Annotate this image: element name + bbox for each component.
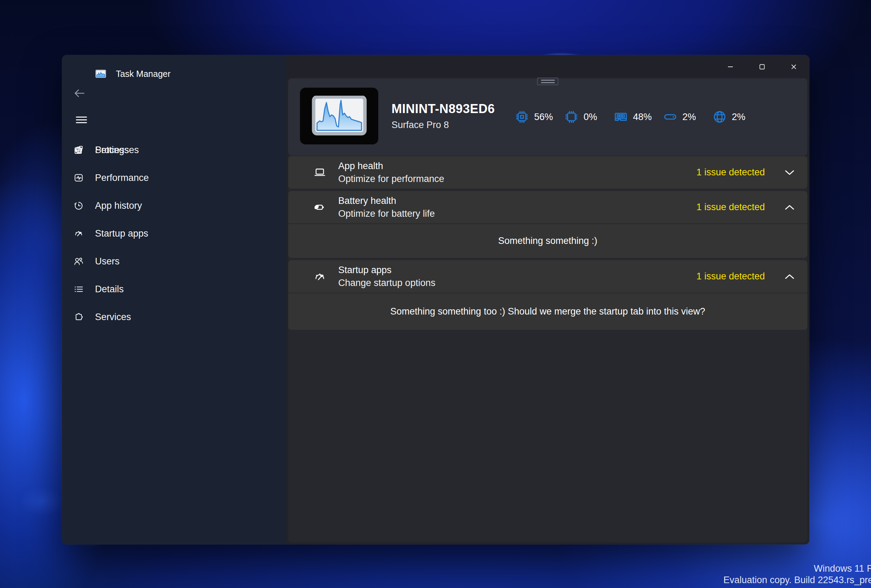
app-title: Task Manager — [116, 69, 171, 79]
card-title: Battery health — [338, 195, 435, 207]
desktop: Task Manager — [0, 0, 871, 588]
chevron-down-icon[interactable] — [784, 169, 795, 176]
card-text: Battery health Optimize for battery life — [338, 195, 435, 220]
startup-apps-header[interactable]: Startup apps Change startup options 1 is… — [288, 260, 807, 293]
startup-apps-detail-text: Something something too :) Should we mer… — [390, 306, 705, 317]
maximize-icon — [759, 64, 765, 70]
gear-icon — [73, 145, 84, 155]
startup-apps-detail: Something something too :) Should we mer… — [288, 293, 807, 330]
startup-gauge-icon — [313, 270, 326, 283]
app-brand: Task Manager — [95, 69, 171, 79]
watermark-line2: Evaluation copy. Build 22543.rs_pre — [723, 575, 871, 586]
maximize-button[interactable] — [746, 55, 778, 78]
laptop-icon — [313, 166, 326, 179]
device-name: MININT-N893ED6 — [392, 102, 495, 116]
sidebar: Task Manager — [62, 55, 286, 545]
battery-health-header[interactable]: Battery health Optimize for battery life… — [288, 191, 807, 223]
battery-health-card: Battery health Optimize for battery life… — [288, 191, 807, 258]
watermark-line1: Windows 11 P — [723, 563, 871, 575]
startup-apps-card: Startup apps Change startup options 1 is… — [288, 260, 807, 330]
gpu-value: 0% — [584, 112, 597, 123]
minimize-icon — [727, 64, 733, 70]
battery-health-detail: Something something :) — [288, 223, 807, 258]
card-subtitle: Optimize for performance — [338, 172, 444, 186]
back-arrow-icon[interactable] — [73, 87, 85, 100]
device-row: MININT-N893ED6 Surface Pro 8 — [300, 88, 495, 144]
titlebar[interactable] — [286, 55, 810, 78]
cpu-value: 56% — [534, 112, 553, 123]
health-page: App health Optimize for performance 1 is… — [288, 156, 807, 542]
chevron-up-icon[interactable] — [784, 204, 795, 211]
gpu-stat: 0% — [564, 109, 613, 124]
battery-health-detail-text: Something something :) — [498, 236, 597, 246]
drag-handle[interactable] — [537, 78, 558, 85]
main-area: MININT-N893ED6 Surface Pro 8 — [286, 55, 810, 545]
device-header: MININT-N893ED6 Surface Pro 8 — [288, 78, 807, 156]
hamburger-menu-icon[interactable] — [76, 117, 87, 125]
card-text: App health Optimize for performance — [338, 160, 444, 186]
memory-value: 48% — [633, 112, 652, 123]
disk-value: 2% — [682, 112, 696, 123]
task-manager-graph-icon — [311, 96, 367, 137]
device-text: MININT-N893ED6 Surface Pro 8 — [392, 102, 495, 130]
cpu-stat: 56% — [514, 109, 564, 124]
sidebar-item-label: Settings — [95, 145, 129, 156]
memory-stat: 48% — [613, 109, 663, 124]
battery-saver-icon — [313, 201, 326, 214]
resource-stats: 56% 0% — [514, 78, 762, 156]
task-manager-logo-icon — [95, 69, 106, 79]
close-icon — [791, 64, 796, 70]
card-right: 1 issue detected — [696, 260, 795, 293]
chevron-up-icon[interactable] — [784, 274, 795, 280]
cpu-icon — [514, 109, 530, 124]
app-health-header[interactable]: App health Optimize for performance 1 is… — [288, 156, 807, 189]
task-manager-window: Task Manager — [62, 55, 810, 545]
evaluation-watermark: Windows 11 P Evaluation copy. Build 2254… — [723, 563, 871, 586]
device-model: Surface Pro 8 — [392, 120, 495, 130]
gpu-icon — [564, 109, 579, 124]
sidebar-settings: Settings — [62, 136, 286, 538]
issue-status-badge: 1 issue detected — [696, 202, 765, 212]
sidebar-item-settings[interactable]: Settings — [62, 136, 286, 164]
window-controls — [714, 55, 810, 78]
card-subtitle: Change startup options — [338, 277, 436, 289]
card-title: Startup apps — [338, 264, 436, 277]
card-subtitle: Optimize for battery life — [338, 207, 435, 220]
issue-status-badge: 1 issue detected — [696, 167, 765, 178]
card-right: 1 issue detected — [696, 191, 795, 223]
card-title: App health — [338, 160, 444, 172]
minimize-button[interactable] — [714, 55, 746, 78]
issue-status-badge: 1 issue detected — [696, 271, 765, 282]
network-stat: 2% — [712, 109, 762, 124]
card-text: Startup apps Change startup options — [338, 264, 436, 289]
memory-icon — [613, 109, 629, 124]
network-value: 2% — [732, 112, 745, 123]
network-globe-icon — [712, 109, 727, 124]
close-button[interactable] — [778, 55, 810, 78]
device-thumbnail — [300, 88, 378, 144]
disk-stat: 2% — [663, 109, 712, 124]
app-health-card: App health Optimize for performance 1 is… — [288, 156, 807, 189]
card-right: 1 issue detected — [696, 156, 795, 189]
disk-icon — [663, 109, 678, 124]
